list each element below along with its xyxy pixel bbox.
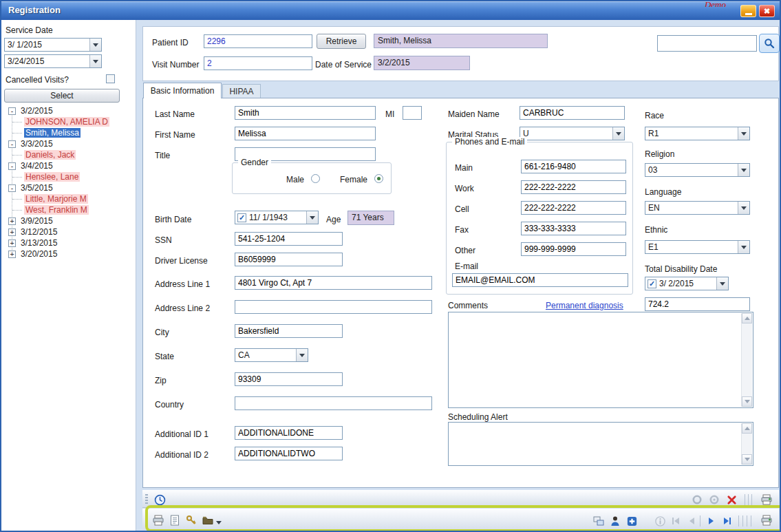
additional-id-2-input[interactable] xyxy=(235,447,343,460)
ethnic-combobox[interactable]: E1 xyxy=(645,240,750,254)
tree-patient-node-selected[interactable]: Smith, Melissa xyxy=(3,127,134,138)
print-screen-icon[interactable] xyxy=(759,492,774,507)
clock-icon[interactable] xyxy=(152,492,167,507)
record-circle-icon[interactable] xyxy=(689,492,705,507)
email-input[interactable] xyxy=(452,273,628,287)
additional-id-1-input[interactable] xyxy=(235,426,343,440)
female-radio[interactable] xyxy=(374,174,383,183)
tree-patient-node[interactable]: Henslee, Lane xyxy=(3,171,134,182)
chevron-down-icon[interactable] xyxy=(738,127,749,140)
tree-patient-node[interactable]: Little, Marjorie M xyxy=(3,193,134,204)
race-combobox[interactable]: R1 xyxy=(645,127,750,140)
nav-next-icon[interactable] xyxy=(704,513,719,529)
tree-date-node[interactable]: +3/9/2015 xyxy=(3,215,134,226)
calendar-dropdown-icon[interactable] xyxy=(89,39,101,51)
report-icon[interactable] xyxy=(167,513,182,528)
tree-patient-node[interactable]: West, Franklin M xyxy=(3,204,134,215)
driver-license-input[interactable] xyxy=(235,253,343,266)
tab-basic-information[interactable]: Basic Information xyxy=(143,83,222,98)
scroll-down-icon[interactable] xyxy=(742,396,752,407)
service-date-to-picker[interactable]: 3/24/2015 xyxy=(4,54,102,68)
tree-date-node[interactable]: -3/5/2015 xyxy=(3,182,134,193)
country-input[interactable] xyxy=(235,396,432,410)
collapse-icon[interactable]: - xyxy=(8,107,16,115)
disability-code-input[interactable] xyxy=(645,297,750,311)
scroll-up-icon[interactable] xyxy=(742,423,752,434)
fax-input[interactable] xyxy=(521,222,626,235)
add-patient-icon[interactable] xyxy=(624,513,639,529)
religion-combobox[interactable]: 03 xyxy=(645,163,750,177)
minimize-button[interactable] xyxy=(740,5,756,17)
calendar-dropdown-icon[interactable] xyxy=(716,277,728,290)
print-screen-icon[interactable] xyxy=(759,513,774,528)
close-button[interactable]: ✖ xyxy=(759,5,775,17)
expand-icon[interactable]: + xyxy=(8,251,16,258)
language-combobox[interactable]: EN xyxy=(645,201,750,215)
nav-first-icon[interactable] xyxy=(668,513,683,529)
maiden-name-input[interactable] xyxy=(520,106,625,120)
marital-status-combobox[interactable]: U xyxy=(520,127,625,140)
address-line-1-input[interactable] xyxy=(235,276,432,290)
tab-hipaa[interactable]: HIPAA xyxy=(222,84,261,98)
expand-icon[interactable]: + xyxy=(8,240,16,247)
birth-date-picker[interactable]: 11/ 1/1943 xyxy=(235,211,319,224)
comments-textarea[interactable] xyxy=(448,312,753,408)
tree-patient-node[interactable]: JOHNSON, AMELIA D xyxy=(3,116,134,127)
collapse-icon[interactable]: - xyxy=(8,140,16,148)
info-icon[interactable] xyxy=(652,513,667,529)
print-icon[interactable] xyxy=(151,513,166,528)
tree-date-node[interactable]: -3/2/2015 xyxy=(3,105,134,116)
expand-icon[interactable]: + xyxy=(8,217,16,225)
comments-scrollbar[interactable] xyxy=(741,313,752,407)
expand-icon[interactable]: + xyxy=(8,228,16,236)
work-phone-input[interactable] xyxy=(521,180,626,194)
scroll-down-icon[interactable] xyxy=(742,454,752,465)
other-phone-input[interactable] xyxy=(521,242,626,256)
address-line-2-input[interactable] xyxy=(235,300,432,314)
chevron-down-icon[interactable] xyxy=(296,349,308,361)
retrieve-button[interactable]: Retrieve xyxy=(317,34,366,49)
search-input[interactable] xyxy=(657,35,757,52)
folder-menu-arrow-icon[interactable] xyxy=(215,515,223,530)
mi-input[interactable] xyxy=(403,106,422,120)
male-radio[interactable] xyxy=(311,174,320,183)
delete-x-icon[interactable] xyxy=(724,492,739,507)
calendar-dropdown-icon[interactable] xyxy=(306,211,318,224)
birth-date-checkbox[interactable] xyxy=(237,213,246,222)
tree-date-node[interactable]: +3/20/2015 xyxy=(3,248,134,259)
nav-previous-icon[interactable] xyxy=(684,513,699,529)
key-icon[interactable] xyxy=(184,513,199,528)
ssn-input[interactable] xyxy=(235,232,343,246)
first-name-input[interactable] xyxy=(235,127,376,140)
stop-circle-icon[interactable] xyxy=(707,492,722,507)
scheduling-alert-textarea[interactable] xyxy=(448,422,753,466)
search-button[interactable] xyxy=(759,34,780,53)
patient-id-input[interactable] xyxy=(204,34,312,48)
city-input[interactable] xyxy=(235,324,343,338)
permanent-diagnosis-link[interactable]: Permanent diagnosis xyxy=(546,301,623,310)
chevron-down-icon[interactable] xyxy=(738,241,749,253)
tree-patient-node[interactable]: Daniels, Jack xyxy=(3,149,134,160)
merge-records-icon[interactable] xyxy=(591,513,606,529)
cell-phone-input[interactable] xyxy=(521,201,626,215)
chevron-down-icon[interactable] xyxy=(738,202,749,214)
cancelled-visits-checkbox[interactable] xyxy=(106,74,115,83)
tree-date-node[interactable]: -3/4/2015 xyxy=(3,160,134,171)
last-name-input[interactable] xyxy=(235,106,376,120)
folder-icon[interactable] xyxy=(200,513,215,528)
tree-date-node[interactable]: +3/13/2015 xyxy=(3,237,134,248)
chevron-down-icon[interactable] xyxy=(612,127,624,140)
nav-last-icon[interactable] xyxy=(720,513,735,529)
total-disability-date-picker[interactable]: 3/ 2/2015 xyxy=(645,277,729,290)
collapse-icon[interactable]: - xyxy=(8,184,16,192)
collapse-icon[interactable]: - xyxy=(8,162,16,170)
calendar-dropdown-icon[interactable] xyxy=(89,55,101,67)
tree-date-node[interactable]: +3/12/2015 xyxy=(3,226,134,237)
total-disability-checkbox[interactable] xyxy=(648,279,656,288)
tree-date-node[interactable]: -3/3/2015 xyxy=(3,138,134,149)
scheduling-alert-scrollbar[interactable] xyxy=(741,423,752,465)
zip-input[interactable] xyxy=(235,372,343,386)
select-button[interactable]: Select xyxy=(4,89,120,103)
visit-number-input[interactable] xyxy=(204,56,312,70)
chevron-down-icon[interactable] xyxy=(738,164,749,176)
